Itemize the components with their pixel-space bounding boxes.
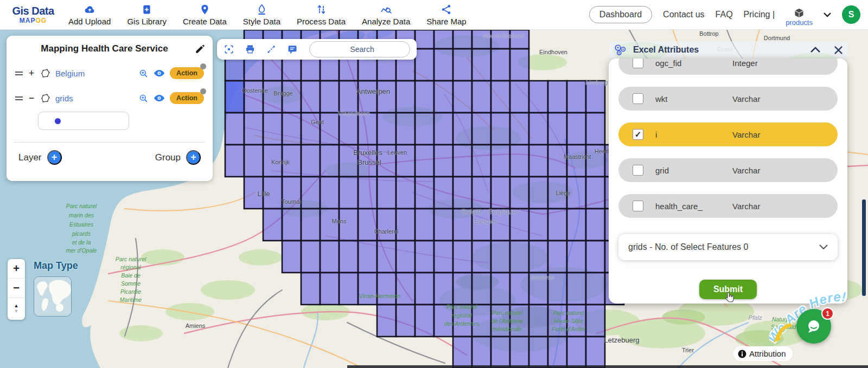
grid-cell[interactable] (434, 209, 453, 241)
grid-cell[interactable] (434, 145, 453, 177)
add-group-button[interactable]: + (186, 150, 201, 165)
zoom-out-button[interactable]: − (8, 279, 25, 298)
grid-cell[interactable] (396, 209, 415, 241)
grid-cell[interactable] (529, 337, 548, 368)
visibility-eye-icon[interactable] (154, 69, 165, 78)
submit-button[interactable]: Submit (699, 280, 757, 299)
collapse-chevron-up-icon[interactable] (810, 47, 821, 53)
grid-cell[interactable] (510, 337, 529, 368)
grid-cell[interactable] (282, 113, 301, 145)
grid-cell[interactable] (453, 337, 472, 368)
nav-item-style-data[interactable]: Style Data (243, 4, 280, 26)
grid-cell[interactable] (301, 209, 320, 241)
faq-link[interactable]: FAQ (716, 10, 733, 20)
grid-cell[interactable] (244, 177, 263, 209)
grid-cell[interactable] (510, 177, 529, 209)
grid-cell[interactable] (491, 273, 510, 305)
grid-cell[interactable] (529, 273, 548, 305)
grid-cell[interactable] (415, 177, 434, 209)
nav-item-share-map[interactable]: Share Map (426, 4, 466, 26)
search-input[interactable] (313, 45, 411, 54)
grid-cell[interactable] (377, 145, 396, 177)
grid-cell[interactable] (339, 145, 358, 177)
comment-icon[interactable] (287, 44, 298, 55)
grid-cell[interactable] (529, 305, 548, 337)
dashboard-button[interactable]: Dashboard (589, 6, 652, 23)
grid-cell[interactable] (567, 305, 586, 337)
grid-cell[interactable] (377, 81, 396, 113)
grid-cell[interactable] (567, 113, 586, 145)
grid-cell[interactable] (586, 273, 605, 305)
grid-cell[interactable] (320, 241, 339, 273)
collapse-toggle[interactable]: − (28, 93, 35, 104)
attribute-row-grid[interactable]: gridVarchar (618, 158, 838, 182)
grid-cell[interactable] (548, 209, 567, 241)
grid-cell[interactable] (453, 209, 472, 241)
grid-cell-selected[interactable] (225, 81, 244, 113)
avatar[interactable]: S (842, 5, 860, 24)
grid-cell[interactable] (548, 81, 567, 113)
grid-cell[interactable] (320, 145, 339, 177)
grid-cell[interactable] (586, 305, 605, 337)
grid-cell[interactable] (510, 209, 529, 241)
attribute-row-i[interactable]: ✓iVarchar (618, 122, 838, 146)
grid-cell[interactable] (339, 177, 358, 209)
grid-cell[interactable] (415, 305, 434, 337)
grid-cell[interactable] (586, 337, 605, 368)
grid-cell[interactable] (567, 241, 586, 273)
grid-cell[interactable] (491, 49, 510, 81)
grid-cell[interactable] (415, 30, 434, 49)
drag-handle-icon[interactable] (15, 72, 23, 75)
grid-cell[interactable] (453, 273, 472, 305)
grid-cell[interactable] (529, 241, 548, 273)
layer-name[interactable]: grids (55, 94, 133, 103)
grid-cell[interactable] (434, 177, 453, 209)
grid-cell[interactable] (377, 113, 396, 145)
grid-cell[interactable] (415, 273, 434, 305)
nav-item-add-upload[interactable]: Add Upload (68, 4, 111, 26)
grid-cell[interactable] (472, 337, 491, 368)
grid-cell[interactable] (472, 113, 491, 145)
grid-cell[interactable] (434, 241, 453, 273)
grid-cell[interactable] (396, 113, 415, 145)
grid-cell[interactable] (472, 30, 491, 49)
grid-cell[interactable] (529, 177, 548, 209)
grid-cell[interactable] (472, 145, 491, 177)
grid-cell[interactable] (415, 81, 434, 113)
grid-cell[interactable] (567, 337, 586, 368)
action-button[interactable]: Action (170, 92, 204, 104)
pricing-link[interactable]: Pricing | (744, 10, 775, 20)
expand-toggle[interactable]: + (28, 68, 35, 79)
grid-cell[interactable] (510, 81, 529, 113)
grid-cell[interactable] (415, 241, 434, 273)
grid-cell[interactable] (358, 113, 377, 145)
grid-cell[interactable] (263, 145, 282, 177)
grid-cell[interactable] (586, 145, 605, 177)
grid-cell[interactable] (586, 241, 605, 273)
grid-cell[interactable] (472, 241, 491, 273)
grid-cell[interactable] (567, 81, 586, 113)
grid-cell[interactable] (434, 30, 453, 49)
grid-cell[interactable] (548, 113, 567, 145)
zoom-to-layer-icon[interactable] (138, 68, 149, 79)
grid-cell[interactable] (491, 209, 510, 241)
checkbox-unchecked[interactable] (633, 165, 643, 176)
grid-cell[interactable] (586, 113, 605, 145)
grid-cell[interactable] (472, 81, 491, 113)
grid-cell[interactable] (453, 49, 472, 81)
drag-handle-icon[interactable] (15, 96, 23, 100)
nav-item-process-data[interactable]: Process Data (297, 4, 346, 26)
nav-item-analyze-data[interactable]: Analyze Data (362, 4, 410, 26)
grid-cell[interactable] (282, 145, 301, 177)
layer-name[interactable]: Belgium (55, 69, 133, 78)
grid-cell[interactable] (415, 49, 434, 81)
attribution-control[interactable]: Attribution (733, 346, 793, 361)
tilt-down-icon[interactable]: ▼ (14, 309, 19, 314)
grid-cell[interactable] (263, 209, 282, 241)
grid-cell[interactable] (510, 113, 529, 145)
grid-cell[interactable] (491, 113, 510, 145)
print-icon[interactable] (245, 44, 256, 55)
grid-cell[interactable] (567, 209, 586, 241)
grid-cell[interactable] (434, 113, 453, 145)
grid-cell[interactable] (510, 241, 529, 273)
